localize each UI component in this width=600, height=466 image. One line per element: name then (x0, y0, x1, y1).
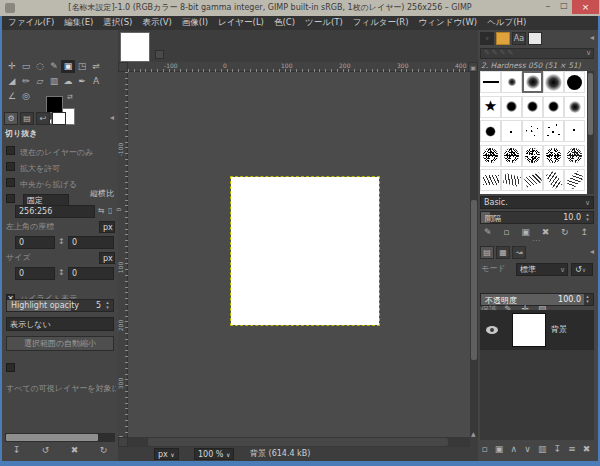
paths-tab-icon[interactable]: ↝ (512, 246, 526, 259)
brushes-tab-icon[interactable]: ◦ (480, 32, 494, 45)
brush-swatch[interactable] (501, 169, 522, 191)
ink-tool-icon[interactable]: ✒ (75, 75, 89, 88)
brush-swatch[interactable] (501, 120, 522, 142)
brush-swatch[interactable] (480, 71, 501, 93)
brush-swatch[interactable] (543, 71, 564, 93)
checkbox[interactable] (6, 363, 15, 372)
new-layer-icon[interactable]: ▫ (482, 444, 488, 454)
eraser-tool-icon[interactable]: ▱ (33, 75, 47, 88)
save-preset-icon[interactable]: ↧ (13, 445, 21, 455)
patterns-tab-icon[interactable] (496, 32, 510, 45)
visibility-eye-icon[interactable] (486, 326, 498, 334)
menu-help[interactable]: ヘルプ(H) (487, 17, 526, 29)
scrollbar-thumb[interactable] (148, 438, 448, 446)
checkbox[interactable] (6, 162, 15, 171)
clone-tool-icon[interactable]: ▥ (47, 75, 61, 88)
aspect-dropdown[interactable]: 縦横比 (90, 190, 114, 199)
title-bar[interactable]: [名称未設定]-1.0 (RGBカラー 8-bit gamma integer,… (0, 0, 600, 16)
brush-swatch[interactable] (501, 96, 522, 118)
position-unit-dropdown[interactable]: px (99, 221, 115, 233)
size-spin-icon[interactable]: ↕ (58, 268, 65, 277)
lower-layer-icon[interactable]: ∨ (524, 444, 531, 454)
brush-swatch[interactable] (564, 71, 585, 93)
channels-tab-icon[interactable]: ▦ (496, 246, 510, 259)
brush-swatch[interactable] (501, 145, 522, 167)
menu-select[interactable]: 選択(S) (103, 17, 132, 29)
delete-preset-icon[interactable]: ✖ (71, 445, 79, 455)
size-unit-dropdown[interactable]: px (99, 252, 115, 264)
menu-edit[interactable]: 編集(E) (64, 17, 93, 29)
brush-swatch[interactable] (522, 145, 543, 167)
scroll-up-icon[interactable]: ▲ (471, 430, 476, 437)
checkbox[interactable] (6, 146, 15, 155)
delete-layer-icon[interactable]: ✖ (583, 444, 591, 454)
aspect-swap-icon[interactable]: ⇆ (98, 206, 105, 215)
menu-image[interactable]: 画像(I) (182, 17, 208, 29)
horizontal-scrollbar[interactable] (128, 437, 470, 447)
layer-row-background[interactable]: 背景 (480, 310, 594, 350)
brush-swatch[interactable] (480, 145, 501, 167)
swap-colors-icon[interactable]: ⇄ (67, 93, 73, 101)
new-layer-group-icon[interactable]: ▣ (495, 444, 504, 454)
canvas-image[interactable] (231, 177, 379, 325)
maximize-button[interactable]: □ (556, 1, 572, 14)
mode-switch-dropdown[interactable]: ↺∨ (571, 263, 593, 276)
close-button[interactable]: × (572, 0, 599, 14)
new-brush-icon[interactable]: ▫ (503, 227, 509, 237)
brush-swatch[interactable] (522, 96, 543, 118)
size-y-input[interactable]: 0 (68, 267, 114, 280)
position-x-input[interactable]: 0 (15, 236, 55, 249)
brush-group-dropdown[interactable]: Basic. ∨ (480, 196, 594, 209)
menu-view[interactable]: 表示(V) (142, 17, 171, 29)
menu-colors[interactable]: 色(C) (274, 17, 295, 29)
restore-preset-icon[interactable]: ↺ (42, 445, 50, 455)
merge-down-icon[interactable]: ≡ (568, 444, 576, 454)
menu-layer[interactable]: レイヤー(L) (218, 17, 264, 29)
quick-mask-toggle[interactable] (118, 437, 128, 447)
aspect-ratio-input[interactable]: 256:256 (15, 205, 95, 218)
duplicate-brush-icon[interactable]: ▣ (521, 227, 530, 237)
minimize-button[interactable]: – (540, 1, 556, 14)
refresh-brushes-icon[interactable]: ↻ (561, 227, 569, 237)
spinner-arrows[interactable]: ▴▾ (103, 300, 112, 311)
fonts-tab-icon[interactable]: Aa (512, 32, 526, 45)
brush-swatch[interactable] (564, 145, 585, 167)
tool-options-scrollbar[interactable] (5, 433, 115, 442)
brush-swatch[interactable] (522, 120, 543, 142)
mode-dropdown[interactable]: 標準 ∨ (516, 263, 568, 276)
zoom-tool-icon[interactable]: ◎ (19, 90, 33, 103)
dock-corner-menu-icon[interactable]: ◂ (110, 114, 114, 123)
brush-swatch[interactable]: ★ (480, 96, 501, 118)
position-y-input[interactable]: 0 (68, 236, 114, 249)
auto-shrink-button[interactable]: 選択範囲の自動縮小 (6, 336, 114, 351)
brush-tag-filter[interactable]: ✎✎✎✎ ∨ (480, 48, 594, 59)
menu-file[interactable]: ファイル(F) (8, 17, 54, 29)
menu-tools[interactable]: ツール(T) (305, 17, 343, 29)
brush-scrollbar[interactable] (587, 71, 594, 194)
colors-tab-icon[interactable] (52, 112, 66, 125)
foreground-color-swatch[interactable] (46, 96, 63, 113)
brush-swatch[interactable] (480, 120, 501, 142)
size-x-input[interactable]: 0 (15, 267, 55, 280)
menu-filters[interactable]: フィルター(R) (353, 17, 409, 29)
delete-brush-icon[interactable]: ✖ (542, 227, 550, 237)
edit-brush-icon[interactable]: ✎ (484, 227, 492, 237)
menu-windows[interactable]: ウィンドウ(W) (419, 17, 478, 29)
tool-options-tab-icon[interactable]: ⚙ (4, 112, 18, 125)
brush-swatch[interactable] (564, 169, 585, 191)
layer-name[interactable]: 背景 (551, 326, 567, 335)
brush-swatch[interactable] (543, 145, 564, 167)
brush-swatch[interactable] (543, 120, 564, 142)
dock-splitter-handle[interactable]: ⋯ (478, 238, 594, 244)
dock-corner-menu-icon[interactable]: ◂ (590, 34, 594, 43)
duplicate-layer-icon[interactable]: ▥ (538, 444, 547, 454)
highlight-opacity-slider[interactable]: Highlight opacity 5 ▴▾ (6, 299, 114, 312)
scrollbar-thumb[interactable] (6, 434, 98, 441)
open-brush-icon[interactable]: ↥ (580, 227, 588, 237)
brush-swatch[interactable] (480, 169, 501, 191)
reset-tool-icon[interactable]: ↻ (100, 445, 108, 455)
raise-layer-icon[interactable]: ∧ (510, 444, 517, 454)
brush-swatch[interactable] (543, 169, 564, 191)
brush-swatch[interactable] (543, 96, 564, 118)
brush-swatch[interactable] (501, 71, 522, 93)
